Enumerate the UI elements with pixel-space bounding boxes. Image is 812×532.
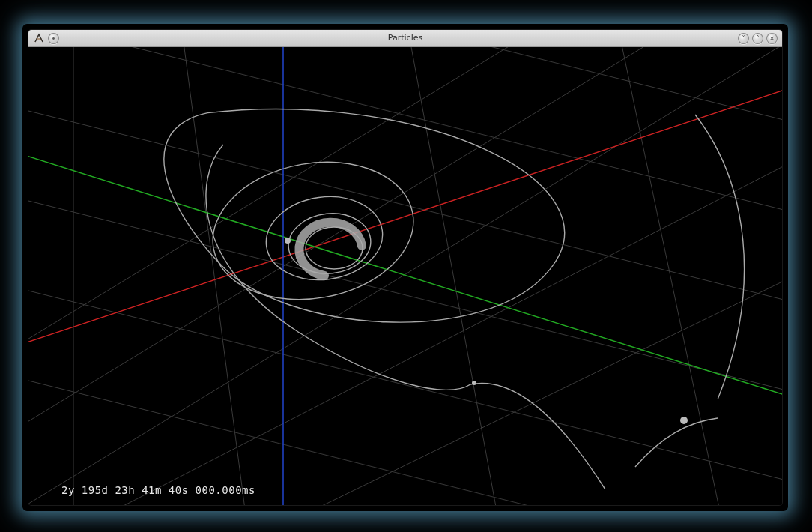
- svg-point-22: [680, 417, 688, 424]
- svg-line-5: [28, 175, 782, 505]
- chevron-up-icon: ˄: [756, 34, 760, 42]
- svg-line-9: [28, 100, 782, 317]
- svg-line-8: [28, 190, 782, 407]
- svg-line-13: [178, 47, 253, 505]
- elapsed-time: 2y 195d 23h 41m 40s 000.000ms: [61, 484, 255, 496]
- app-menu-icon[interactable]: [33, 32, 45, 44]
- maximize-button[interactable]: ˄: [752, 33, 763, 44]
- minimize-button[interactable]: ˅: [738, 33, 749, 44]
- chevron-down-icon: ˅: [742, 34, 745, 42]
- svg-line-11: [28, 47, 782, 137]
- svg-line-15: [613, 47, 733, 505]
- svg-line-7: [28, 279, 782, 497]
- svg-line-4: [28, 92, 782, 505]
- svg-line-10: [28, 47, 782, 227]
- app-window: Particles ˅ ˄ ×: [28, 30, 782, 505]
- simulation-viewport[interactable]: 2y 195d 23h 41m 40s 000.000ms: [28, 47, 782, 505]
- sticky-button[interactable]: [48, 33, 59, 44]
- x-axis: [28, 77, 782, 354]
- svg-point-20: [285, 238, 291, 244]
- y-axis: [28, 145, 782, 407]
- svg-line-2: [28, 47, 782, 467]
- close-icon: ×: [769, 34, 775, 42]
- titlebar[interactable]: Particles ˅ ˄ ×: [28, 30, 782, 47]
- svg-point-21: [472, 381, 476, 385]
- orbit-trails: [138, 75, 744, 489]
- svg-point-0: [52, 37, 55, 40]
- close-button[interactable]: ×: [766, 33, 778, 44]
- particles: [285, 238, 688, 424]
- window-title: Particles: [28, 30, 782, 46]
- scene-canvas: [28, 47, 782, 505]
- svg-line-14: [403, 47, 508, 505]
- desktop: Particles ˅ ˄ ×: [0, 0, 812, 532]
